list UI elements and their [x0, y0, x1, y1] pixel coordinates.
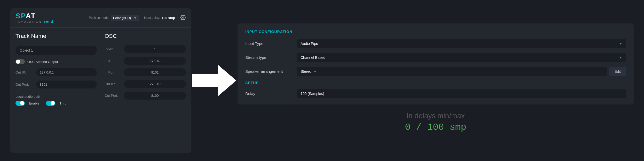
spat-at: AT: [26, 12, 36, 20]
audio-controls: Enable Thru: [15, 101, 97, 106]
arrow-body: [192, 74, 218, 87]
osc-second-output-toggle[interactable]: [15, 59, 25, 64]
speaker-edit-button[interactable]: Edit: [609, 67, 626, 76]
enable-label: Enable: [29, 101, 39, 105]
spat-logo: SPAT REVOLUTION send: [15, 12, 53, 23]
position-mode-value: Polar (AED): [113, 16, 131, 20]
delays-value: 0 / 100 smp: [405, 122, 466, 133]
arrow-shape: [192, 65, 236, 96]
config-panel: INPUT CONFIGURATION Input Type Audio Pip…: [238, 23, 634, 138]
input-type-dropdown[interactable]: Audio Pipe ▼: [297, 39, 626, 48]
input-delay-label: Input delay:: [144, 16, 160, 20]
spat-header: SPAT REVOLUTION send Position mode: Pola…: [10, 8, 191, 28]
input-delay-control: Input delay: 100 smp: [144, 16, 175, 20]
input-type-value: Audio Pipe: [301, 42, 318, 46]
left-column: Track Name Object 1 OSC Second Output Ou…: [15, 33, 97, 148]
delay-field[interactable]: 100 (Samples): [297, 89, 626, 98]
spat-logo-text: SPAT: [15, 12, 53, 20]
stream-type-row: Stream type Channel Based ▼: [245, 53, 626, 62]
speaker-dropdown-arrow: ▼: [313, 69, 317, 74]
gear-icon[interactable]: [180, 15, 186, 21]
position-mode-label: Position mode:: [89, 16, 109, 20]
out-ip-row: Out IP: 127.0.0.1: [15, 68, 97, 76]
osc-out-port-label: Out Port:: [105, 94, 121, 98]
speaker-dropdown[interactable]: Stereo ▼: [297, 67, 607, 76]
bottom-section: In delays min/max 0 / 100 smp: [238, 107, 634, 138]
spat-send-panel: SPAT REVOLUTION send Position mode: Pola…: [10, 8, 191, 153]
spat-sp: SP: [15, 12, 26, 20]
toggle-knob: [16, 60, 20, 64]
osc-in-ip-row: In IP: 127.0.0.1: [105, 57, 186, 65]
svg-point-0: [182, 17, 184, 18]
osc-column: OSC Index: 1 In IP: 127.0.0.1 In Port: 8…: [105, 33, 186, 148]
track-name-input[interactable]: Object 1: [15, 46, 97, 55]
position-mode-control: Position mode: Polar (AED) ▼: [89, 15, 139, 21]
input-config-title: INPUT CONFIGURATION: [245, 30, 626, 34]
osc-in-ip-value[interactable]: 127.0.0.1: [124, 57, 186, 65]
delay-label: Delay: [245, 91, 297, 96]
input-type-arrow: ▼: [619, 42, 622, 45]
setup-title: SETUP: [245, 81, 626, 85]
input-type-row: Input Type Audio Pipe ▼: [245, 39, 626, 48]
thru-label: Thru: [59, 101, 66, 105]
osc-index-label: Index:: [105, 47, 121, 51]
osc-second-output-row: OSC Second Output: [15, 59, 97, 64]
stream-type-arrow: ▼: [619, 56, 622, 59]
osc-out-ip-row: Out IP: 127.0.0.1: [105, 80, 186, 88]
stream-type-dropdown[interactable]: Channel Based ▼: [297, 53, 626, 62]
stream-type-value: Channel Based: [301, 55, 325, 60]
out-port-label: Out Port:: [15, 83, 34, 86]
out-port-value[interactable]: 8101: [36, 81, 97, 88]
osc-index-value[interactable]: 1: [124, 45, 186, 53]
thru-knob: [51, 101, 55, 105]
arrow-container: [191, 65, 238, 96]
input-type-label: Input Type: [245, 41, 297, 46]
header-controls: Position mode: Polar (AED) ▼ Input delay…: [89, 15, 186, 21]
track-name-title: Track Name: [15, 33, 97, 39]
osc-second-output-label: OSC Second Output: [27, 60, 58, 64]
position-mode-chevron: ▼: [133, 16, 137, 20]
out-ip-value[interactable]: 127.0.0.1: [36, 68, 97, 76]
thru-toggle[interactable]: [46, 101, 55, 106]
osc-index-row: Index: 1: [105, 45, 186, 53]
osc-out-ip-label: Out IP:: [105, 82, 121, 86]
enable-knob: [20, 101, 24, 105]
speaker-arrangement-row: Speaker arrangement Stereo ▼ Edit: [245, 67, 626, 76]
osc-out-port-row: Out Port: 8100: [105, 92, 186, 100]
local-audio-section: Local audio path Enable Thru: [15, 95, 97, 106]
stream-type-label: Stream type: [245, 55, 297, 60]
delay-row: Delay 100 (Samples): [245, 89, 626, 98]
position-mode-select[interactable]: Polar (AED) ▼: [111, 15, 139, 21]
osc-in-port-row: In Port: 8101: [105, 68, 186, 76]
out-port-row: Out Port: 8101: [15, 81, 97, 88]
osc-in-port-label: In Port:: [105, 70, 121, 74]
osc-in-port-value[interactable]: 8101: [124, 68, 186, 76]
osc-title: OSC: [105, 33, 186, 39]
spat-send: send: [44, 20, 53, 23]
local-audio-label: Local audio path: [15, 95, 97, 99]
osc-in-ip-label: In IP:: [105, 59, 121, 63]
input-delay-value: 100 smp: [162, 16, 175, 20]
delays-title: In delays min/max: [406, 112, 465, 120]
osc-out-ip-value[interactable]: 127.0.0.1: [124, 80, 186, 88]
speaker-arrangement-label: Speaker arrangement: [245, 69, 297, 74]
osc-out-port-value[interactable]: 8100: [124, 92, 186, 100]
speaker-value: Stereo: [301, 69, 311, 74]
input-config-section: INPUT CONFIGURATION Input Type Audio Pip…: [238, 23, 634, 104]
main-container: SPAT REVOLUTION send Position mode: Pola…: [0, 0, 644, 161]
spat-revolution: REVOLUTION: [15, 20, 42, 23]
spat-body: Track Name Object 1 OSC Second Output Ou…: [10, 28, 191, 153]
out-ip-label: Out IP:: [15, 70, 34, 74]
arrow-head: [218, 65, 236, 96]
enable-toggle[interactable]: [15, 101, 25, 106]
